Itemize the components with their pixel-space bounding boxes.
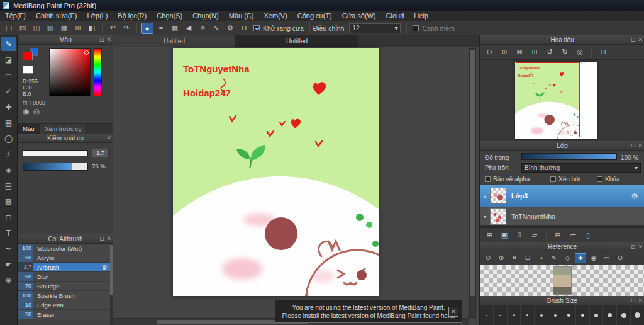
pen-tool-icon[interactable]: ▭ (1, 68, 16, 83)
brush-row-selected[interactable]: 1.7 Airbrush ⚙ (18, 263, 110, 272)
undo-button[interactable]: ↶ (106, 23, 119, 34)
layer-opacity-slider[interactable] (521, 153, 617, 160)
menu-lop[interactable]: Lớp(L) (82, 11, 113, 21)
gradient-tool-icon[interactable]: ▤ (1, 178, 16, 193)
canvas-vertical-scrollbar[interactable] (469, 48, 476, 318)
tab-brush-preview[interactable]: Xem trước cọ (40, 124, 87, 134)
window-split-button[interactable]: ◧ (86, 23, 98, 34)
popout-icon[interactable]: ⊡ (631, 242, 636, 251)
new-canvas-button[interactable]: ▢ (3, 23, 15, 34)
brush-target-button[interactable]: ⊙ (238, 23, 250, 34)
brush-size-slider[interactable] (23, 150, 88, 156)
brush-row[interactable]: 50 Eraser (18, 310, 110, 319)
brush-tool-icon[interactable]: ✎ (1, 37, 16, 51)
menu-chup[interactable]: Chụp(N) (187, 11, 224, 21)
menu-chinh-sua[interactable]: Chỉnh sửa(E) (31, 11, 82, 21)
clip-checkbox[interactable] (550, 176, 556, 182)
eyedropper-tool-icon[interactable]: ✒ (1, 241, 16, 256)
shape-tool-icon[interactable]: ◻ (1, 210, 16, 224)
notification-close-button[interactable]: ✕ (448, 307, 458, 317)
nav-rotate-left-button[interactable]: ↺ (543, 47, 556, 58)
ref-camera-button[interactable]: ⊙ (614, 253, 626, 263)
layer-order-button[interactable]: ≔ (567, 230, 579, 241)
nav-zoom-in-button[interactable]: ⊕ (498, 47, 511, 58)
brush-tip-grid-button[interactable]: ▦ (169, 23, 181, 34)
brush-size-preset[interactable] (494, 305, 508, 325)
ref-zoom-in-button[interactable]: ⊕ (496, 253, 507, 263)
brush-row[interactable]: 10 Edge Pen (18, 300, 110, 310)
panel-layout-button[interactable]: ⊞ (72, 23, 84, 34)
popout-icon[interactable]: ⊡ (631, 35, 636, 45)
brush-size-preset[interactable] (508, 305, 521, 325)
pattern-tool-icon[interactable]: ▩ (1, 194, 16, 208)
brush-tip-circle-button[interactable]: ● (141, 23, 153, 34)
lasso-tool-icon[interactable]: ◯ (1, 131, 16, 145)
merge-down-button[interactable]: ⇩ (513, 230, 526, 241)
reference-image[interactable] (553, 266, 572, 295)
save-file-button[interactable]: ◫ (30, 23, 43, 34)
select-pen-tool-icon[interactable]: ✓ (1, 84, 16, 98)
layer-row-selected[interactable]: ● Lớp3 ⚙ (480, 185, 644, 207)
brush-row[interactable]: 100 Sparkle Brush (18, 291, 110, 300)
layer-row[interactable]: ● ToTNguyetNha (480, 207, 644, 225)
brush-size-value[interactable]: 1.7 (92, 149, 109, 157)
bucket-tool-icon[interactable]: ◈ (1, 162, 16, 177)
move-tool-icon[interactable]: ✚ (1, 100, 16, 114)
brush-tip-lines-button[interactable]: ≡ (155, 23, 167, 34)
navigator-thumbnail[interactable] (515, 62, 597, 139)
brush-row[interactable]: 70 Smudge (18, 282, 110, 291)
ref-pen-button[interactable]: ✎ (548, 253, 560, 263)
ref-zoom-out-button[interactable]: ⊖ (482, 253, 494, 263)
brush-size-preset[interactable] (535, 305, 548, 325)
reference-canvas[interactable] (480, 265, 644, 296)
canvas-artwork[interactable]: ToTNguyetNha Hoidap247 (173, 48, 379, 296)
menu-cua-so[interactable]: Cửa sổ(W) (337, 11, 381, 21)
lock-option[interactable]: Khóa (597, 176, 619, 183)
add-folder-button[interactable]: ▱ (528, 230, 541, 241)
clip-option[interactable]: Xén bớt (550, 176, 580, 183)
brush-size-preset[interactable] (548, 305, 562, 325)
menu-help[interactable]: Help (409, 11, 433, 21)
brush-row[interactable]: 50 Acrylic (18, 253, 110, 263)
foreground-color-swatch[interactable] (23, 52, 33, 60)
brush-size-preset[interactable] (603, 305, 617, 325)
brush-settings-gear-icon[interactable]: ⚙ (102, 263, 110, 271)
brush-size-preset[interactable] (590, 305, 604, 325)
menu-chon[interactable]: Chọn(S) (152, 11, 187, 21)
tab-mau[interactable]: Màu (18, 124, 40, 134)
export-file-button[interactable]: ▥ (44, 23, 57, 34)
brush-size-preset[interactable] (562, 305, 576, 325)
brush-opacity-slider[interactable] (23, 162, 88, 171)
duplicate-layer-button[interactable]: ▣ (498, 230, 511, 241)
brush-size-preset[interactable] (576, 305, 590, 325)
open-file-button[interactable]: ▤ (16, 23, 29, 34)
nav-actual-size-button[interactable]: ⊞ (528, 47, 541, 58)
nav-zoom-out-button[interactable]: ⊖ (483, 47, 496, 58)
nav-reset-view-button[interactable]: ◎ (574, 47, 586, 58)
layer-visibility-icon[interactable]: ● (480, 194, 490, 198)
hand-tool-icon[interactable]: ☛ (1, 257, 16, 271)
add-layer-button[interactable]: ⊞ (483, 230, 496, 241)
ref-fit-button[interactable]: ⊡ (522, 253, 533, 263)
brush-row[interactable]: 50 Blur (18, 272, 110, 282)
delete-layer-button[interactable]: ▯ (582, 230, 594, 241)
nav-fit-window-button[interactable]: ⊠ (513, 47, 526, 58)
marquee-tool-icon[interactable]: ▦ (1, 115, 16, 130)
brush-size-preset[interactable] (617, 305, 631, 325)
popout-icon[interactable]: ⊡ (99, 35, 104, 45)
popout-icon[interactable]: ⊡ (99, 234, 104, 244)
ref-hand-button[interactable]: ✚ (575, 253, 586, 263)
document-tab-2[interactable]: Untitled (236, 35, 358, 47)
adjust-dropdown[interactable]: 12 ▾ (349, 23, 401, 33)
grid-view-button[interactable]: ▦ (58, 23, 70, 34)
brush-prev-button[interactable]: ◀ (182, 23, 195, 34)
navigator-viewport-rect[interactable] (516, 62, 580, 137)
brush-settings-button[interactable]: ⚙ (224, 23, 236, 34)
layer-settings-gear-icon[interactable]: ⚙ (631, 191, 644, 201)
palette-icon[interactable]: ◎ (33, 107, 39, 116)
popout-icon[interactable]: ⊡ (631, 141, 636, 151)
redo-button[interactable]: ↷ (120, 23, 133, 34)
brush-curve-button[interactable]: ∿ (210, 23, 223, 34)
hue-slider[interactable] (94, 48, 102, 96)
nav-rotate-right-button[interactable]: ↻ (558, 47, 571, 58)
